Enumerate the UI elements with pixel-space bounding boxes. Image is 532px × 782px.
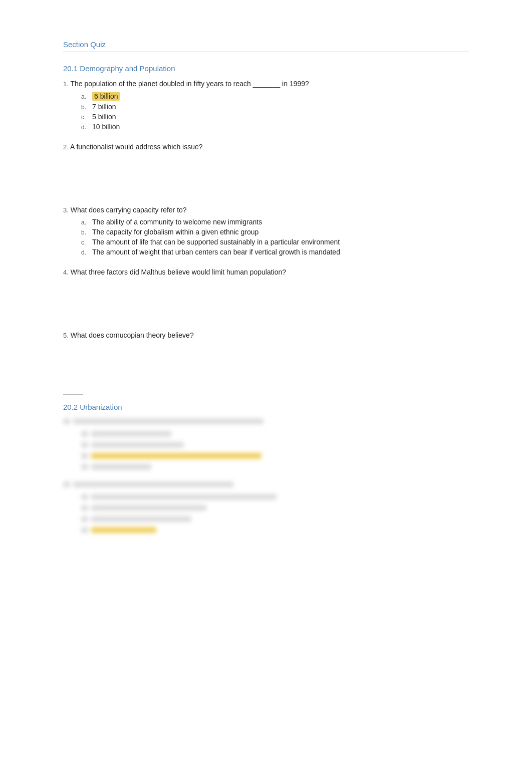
section-divider-line — [63, 394, 83, 395]
question-4-text: 4. What three factors did Malthus believ… — [63, 268, 469, 276]
answer-label-1a: a. — [81, 93, 89, 100]
answer-label-3a: a. — [81, 219, 89, 226]
question-2-body: A functionalist would address which issu… — [70, 143, 203, 151]
answer-text-3b: The capacity for globalism within a give… — [92, 228, 258, 236]
answer-text-3d: The amount of weight that urban centers … — [92, 248, 340, 256]
section-quiz-label: Section Quiz — [63, 40, 106, 49]
answer-1c: c. 5 billion — [81, 113, 469, 121]
question-1-body: The population of the planet doubled in … — [70, 80, 309, 88]
question-1-text: 1. The population of the planet doubled … — [63, 80, 469, 88]
answer-text-1a: 6 billion — [92, 92, 120, 101]
answer-3b: b. The capacity for globalism within a g… — [81, 228, 469, 236]
answer-label-3c: c. — [81, 239, 89, 246]
question-5-number: 5. — [63, 332, 69, 339]
question-4-body: What three factors did Malthus believe w… — [71, 268, 286, 276]
question-5-body: What does cornucopian theory believe? — [71, 331, 194, 339]
section-20-2: 20.2 Urbanization — [63, 394, 469, 536]
question-3: 3. What does carrying capacity refer to?… — [63, 206, 469, 256]
question-5-text: 5. What does cornucopian theory believe? — [63, 331, 469, 339]
answer-1b: b. 7 billion — [81, 103, 469, 111]
answer-label-3b: b. — [81, 229, 89, 236]
answer-text-1c: 5 billion — [92, 113, 116, 121]
answer-3a: a. The ability of a community to welcome… — [81, 218, 469, 226]
question-2-text: 2. A functionalist would address which i… — [63, 143, 469, 151]
question-3-text: 3. What does carrying capacity refer to? — [63, 206, 469, 214]
answer-list-1: a. 6 billion b. 7 billion c. 5 billion d… — [81, 92, 469, 131]
answer-label-1b: b. — [81, 104, 89, 111]
page-container: Section Quiz 20.1 Demography and Populat… — [53, 0, 479, 568]
answer-text-1b: 7 billion — [92, 103, 116, 111]
blurred-question-6 — [63, 418, 469, 472]
section-20-2-title: 20.2 Urbanization — [63, 403, 469, 411]
answer-3d: d. The amount of weight that urban cente… — [81, 248, 469, 256]
answer-text-1d: 10 billion — [92, 123, 120, 131]
answer-1d: d. 10 billion — [81, 123, 469, 131]
question-4-number: 4. — [63, 269, 69, 276]
answer-label-1c: c. — [81, 114, 89, 121]
question-1: 1. The population of the planet doubled … — [63, 80, 469, 131]
question-1-number: 1. — [63, 80, 69, 88]
answer-label-1d: d. — [81, 124, 89, 131]
question-3-body: What does carrying capacity refer to? — [71, 206, 187, 214]
answer-3c: c. The amount of life that can be suppor… — [81, 238, 469, 246]
blurred-question-7 — [63, 481, 469, 536]
answer-1a: a. 6 billion — [81, 92, 469, 101]
answer-text-3c: The amount of life that can be supported… — [92, 238, 340, 246]
section-20-1-title: 20.1 Demography and Population — [63, 64, 469, 73]
answer-list-3: a. The ability of a community to welcome… — [81, 218, 469, 256]
answer-text-3a: The ability of a community to welcome ne… — [92, 218, 262, 226]
question-3-number: 3. — [63, 206, 69, 214]
answer-label-3d: d. — [81, 249, 89, 256]
question-5: 5. What does cornucopian theory believe? — [63, 331, 469, 339]
question-2: 2. A functionalist would address which i… — [63, 143, 469, 151]
section-quiz-header: Section Quiz — [63, 40, 469, 52]
question-2-number: 2. — [63, 143, 69, 151]
question-4: 4. What three factors did Malthus believ… — [63, 268, 469, 276]
